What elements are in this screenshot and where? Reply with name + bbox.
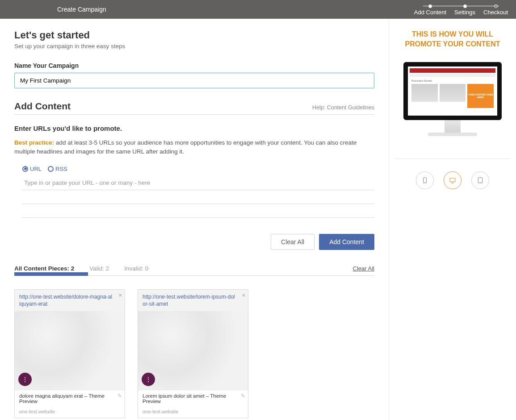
card-image: ⋮ <box>15 311 125 390</box>
content-card: http://one-test.website/dolore-magna-ali… <box>14 289 125 418</box>
progress-steps: Add Content Settings Checkout <box>414 4 508 16</box>
radio-circle-icon <box>48 166 54 172</box>
card-title: Lorem ipsum dolor sit amet – Theme Previ… <box>143 393 226 404</box>
add-content-button[interactable]: Add Content <box>319 234 374 250</box>
edit-icon[interactable]: ✎ <box>241 393 245 399</box>
edit-icon[interactable]: ✎ <box>117 393 122 399</box>
step-label: Checkout <box>483 9 508 16</box>
preview-monitor: Promoted Stories YOUR CONTENT GOES HERE! <box>403 62 502 136</box>
radio-url[interactable]: URL <box>22 166 42 172</box>
card-title: dolore magna aliquyam erat – Theme Previ… <box>19 393 105 404</box>
tab-valid[interactable]: Valid: 2 <box>89 265 109 275</box>
device-mobile-button[interactable] <box>416 171 434 189</box>
step-label: Settings <box>454 9 475 16</box>
close-icon[interactable]: × <box>242 291 245 299</box>
clear-all-link[interactable]: Clear All <box>353 265 374 275</box>
preview-promo-highlight: YOUR CONTENT GOES HERE! <box>467 84 494 108</box>
top-bar: Create Campaign Add Content Settings Che… <box>0 0 516 19</box>
device-desktop-button[interactable] <box>444 171 461 189</box>
radio-url-label: URL <box>30 166 42 172</box>
tab-count: 2 <box>71 265 75 272</box>
enter-urls-label: Enter URLs you'd like to promote. <box>14 125 374 132</box>
tablet-icon <box>477 177 484 184</box>
radio-circle-icon <box>22 166 28 172</box>
card-url[interactable]: http://one-test.website/dolore-magna-ali… <box>15 290 125 311</box>
preview-screen-label: Promoted Stories <box>411 79 494 82</box>
radio-rss[interactable]: RSS <box>48 166 67 172</box>
card-image: ⋮ <box>138 311 248 390</box>
preview-heading: THIS IS HOW YOU WILL PROMOTE YOUR CONTEN… <box>397 29 508 49</box>
tab-invalid[interactable]: Invalid: 0 <box>124 265 148 275</box>
step-label: Add Content <box>414 9 446 16</box>
close-icon[interactable]: × <box>118 291 122 299</box>
best-practice-text: Best practice: add at least 3-5 URLs so … <box>14 138 374 157</box>
card-menu-button[interactable]: ⋮ <box>142 373 155 386</box>
card-url[interactable]: http://one-test.website/lorem-ipsum-dolo… <box>138 290 248 311</box>
campaign-name-label: Name Your Campaign <box>14 62 374 69</box>
desktop-icon <box>449 177 456 184</box>
tab-label: All Content Pieces: <box>14 265 71 272</box>
content-tabs: All Content Pieces: 2 Valid: 2 Invalid: … <box>14 265 374 276</box>
url-input[interactable] <box>22 176 374 190</box>
best-practice-body: add at least 3-5 URLs so your audience h… <box>14 139 357 155</box>
kebab-icon: ⋮ <box>22 376 28 383</box>
preview-panel: THIS IS HOW YOU WILL PROMOTE YOUR CONTEN… <box>389 19 516 420</box>
card-url-text: http://one-test.website/lorem-ipsum-dolo… <box>143 294 235 307</box>
card-domain: one-test.website <box>138 407 248 418</box>
main-panel: Let's get started Set up your campaign i… <box>0 19 389 420</box>
page-title: Create Campaign <box>57 6 106 13</box>
card-url-text: http://one-test.website/dolore-magna-ali… <box>19 294 112 307</box>
kebab-icon: ⋮ <box>145 376 151 383</box>
add-content-heading: Add Content <box>14 101 71 112</box>
help-content-guidelines-link[interactable]: Help: Content Guidelines <box>312 104 374 111</box>
device-tablet-button[interactable] <box>471 171 489 189</box>
mobile-icon <box>421 177 428 184</box>
best-practice-label: Best practice: <box>14 139 54 146</box>
radio-rss-label: RSS <box>55 166 67 172</box>
card-domain: one-test.website <box>15 407 125 418</box>
content-card: http://one-test.website/lorem-ipsum-dolo… <box>138 289 248 418</box>
intro-sub: Set up your campaign in three easy steps <box>14 43 374 50</box>
campaign-name-input[interactable] <box>14 73 374 88</box>
svg-rect-2 <box>450 179 455 182</box>
card-menu-button[interactable]: ⋮ <box>18 373 32 386</box>
intro-heading: Let's get started <box>14 29 374 41</box>
clear-all-button[interactable]: Clear All <box>271 234 315 250</box>
